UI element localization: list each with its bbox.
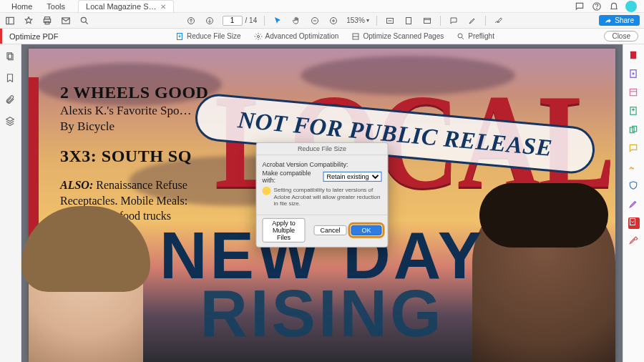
fit-page-icon[interactable] [403,15,414,26]
attachments-icon[interactable] [5,94,16,106]
bookmarks-icon[interactable] [5,73,16,84]
page-indicator: / 14 [223,16,258,26]
compat-tip-text: Setting compatibility to later versions … [274,187,382,207]
zoom-select[interactable]: 153%▾ [346,16,369,24]
comment-tool-icon[interactable] [448,15,459,26]
close-tab-icon[interactable]: ✕ [160,3,166,11]
hand-tool-icon[interactable] [291,15,302,26]
right-tools-sidebar [623,44,644,362]
menu-tools[interactable]: Tools [39,1,72,12]
svg-point-25 [458,34,462,38]
optimize-title: Optimize PDF [2,32,65,41]
menu-home[interactable]: Home [4,1,39,12]
compat-label: Acrobat Version Compatibility: [263,161,382,168]
svg-line-9 [86,21,88,24]
apply-multiple-button[interactable]: Apply to Multiple Files [263,218,306,243]
svg-rect-2 [6,17,14,24]
redact-icon[interactable] [628,162,640,173]
bell-icon[interactable] [608,1,620,12]
svg-point-8 [81,17,86,22]
subhead-1a: Alexis K.'s Favorite Spo… [60,104,208,118]
account-avatar[interactable] [625,1,637,12]
zoom-out-icon[interactable] [309,15,321,26]
page-total-label: / 14 [245,16,258,24]
lightbulb-icon [263,187,271,195]
advanced-optimization-button[interactable]: Advanced Optimization [254,32,339,41]
find-icon[interactable] [79,15,90,26]
svg-point-22 [257,35,259,37]
read-mode-icon[interactable] [421,15,433,26]
document-canvas[interactable]: LOCAL 2 WHEELS GOOD Alexis K.'s Favorite… [21,44,623,362]
cover-text-column: 2 WHEELS GOOD Alexis K.'s Favorite Spo… … [60,83,208,224]
email-icon[interactable] [60,15,72,26]
headline-2: 3X3: SOUTH SQ [60,147,208,166]
help-icon[interactable] [591,1,602,12]
layers-icon[interactable] [5,116,16,127]
optimize-scanned-button[interactable]: Optimize Scanned Pages [351,32,444,41]
document-tab-title: Local Magazine S… [86,2,156,11]
ok-button[interactable]: OK [351,225,381,235]
sidebar-toggle-icon[interactable] [4,15,16,26]
svg-rect-19 [424,18,430,23]
svg-rect-36 [630,219,635,225]
optimize-close-button[interactable]: Close [604,31,638,41]
svg-rect-18 [406,17,411,24]
fit-width-icon[interactable] [384,15,396,26]
sign-tool-icon[interactable] [493,15,504,26]
page-down-icon[interactable] [204,15,215,26]
share-button[interactable]: Share [599,15,640,26]
optimize-pdf-bar: Optimize PDF Reduce File Size Advanced O… [0,29,644,44]
edit-pdf-icon[interactable] [628,87,640,99]
compress-icon[interactable] [628,217,640,229]
make-compat-label: Make compatible with: [263,170,321,184]
top-menubar: Home Tools Local Magazine S… ✕ [0,0,644,13]
organize-icon[interactable] [628,143,640,155]
svg-rect-31 [630,89,636,95]
print-icon[interactable] [42,15,53,26]
headline-1: 2 WHEELS GOOD [60,83,208,102]
combine-icon[interactable] [628,124,640,136]
svg-line-26 [462,37,464,39]
cancel-button[interactable]: Cancel [313,225,346,235]
thumbnails-icon[interactable] [5,52,16,63]
zoom-in-icon[interactable] [328,15,339,26]
page-up-icon[interactable] [185,15,197,26]
main-toolbar: / 14 153%▾ Share [0,13,644,29]
protect-icon[interactable] [628,180,640,192]
svg-rect-6 [45,21,49,24]
reduce-file-size-button[interactable]: Reduce File Size [175,32,241,41]
export-pdf-icon[interactable] [628,50,640,62]
select-tool-icon[interactable] [272,15,283,26]
page-number-input[interactable] [223,16,243,26]
svg-rect-29 [630,52,635,59]
fill-sign-icon[interactable] [628,199,640,210]
more-tools-icon[interactable] [628,236,640,248]
document-tab[interactable]: Local Magazine S… ✕ [78,0,174,12]
subhead-1b: By Bicycle [60,119,208,134]
preflight-button[interactable]: Preflight [457,32,494,41]
reduce-file-size-dialog: Reduce File Size Acrobat Version Compati… [256,142,389,248]
create-pdf-icon[interactable] [628,69,640,80]
svg-point-1 [597,8,597,9]
dialog-title: Reduce File Size [257,143,388,155]
left-sidebar [0,44,21,362]
chat-icon[interactable] [574,1,585,12]
comment-icon[interactable] [628,106,640,117]
compat-select[interactable]: Retain existing [323,172,382,182]
star-icon[interactable] [23,15,34,26]
highlight-tool-icon[interactable] [467,15,478,26]
